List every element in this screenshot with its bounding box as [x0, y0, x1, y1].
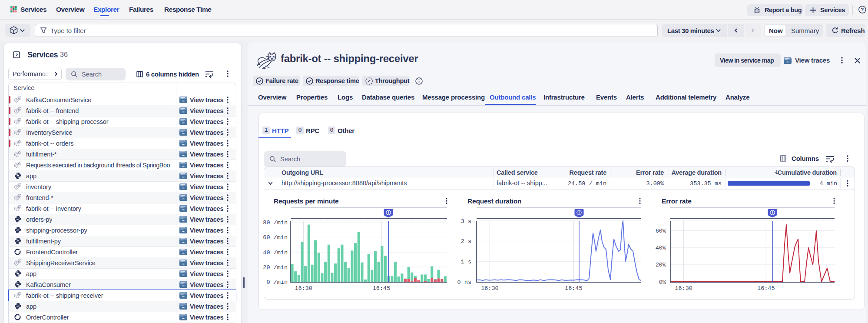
svg-text:20%: 20%	[656, 262, 666, 268]
svg-text:20 /min: 20 /min	[263, 264, 288, 271]
svg-text:80 /min: 80 /min	[263, 220, 288, 226]
svg-text:16:45: 16:45	[757, 285, 775, 292]
svg-text:40 /min: 40 /min	[263, 250, 288, 256]
svg-text:0 ns: 0 ns	[457, 279, 471, 286]
svg-text:16:45: 16:45	[565, 285, 583, 292]
svg-text:16:45: 16:45	[373, 285, 391, 292]
svg-text:0 /min: 0 /min	[266, 279, 288, 286]
svg-text:0%: 0%	[659, 279, 666, 286]
svg-text:?: ?	[861, 7, 864, 12]
svg-text:40%: 40%	[656, 245, 666, 251]
svg-text:60 /min: 60 /min	[263, 234, 288, 241]
svg-text:2 s: 2 s	[461, 238, 471, 245]
svg-text:3 s: 3 s	[461, 218, 471, 225]
svg-text:1 s: 1 s	[461, 259, 471, 265]
svg-text:16:30: 16:30	[481, 285, 499, 292]
svg-text:16:30: 16:30	[675, 285, 692, 292]
svg-text:16:30: 16:30	[295, 285, 312, 292]
svg-text:60%: 60%	[656, 228, 666, 234]
